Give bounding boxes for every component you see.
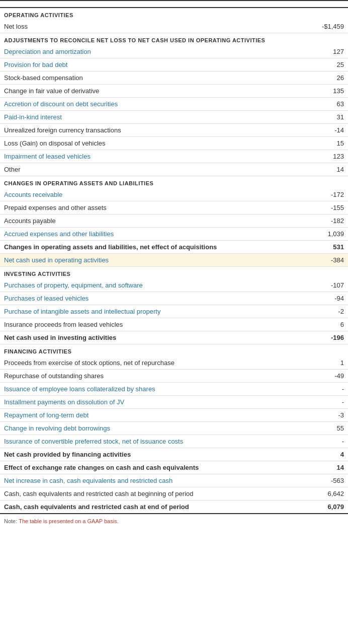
row-value: 31 (288, 111, 348, 124)
row-label: Change in fair value of derivative (0, 85, 288, 98)
row-label: Change in revolving debt borrowings (0, 422, 288, 435)
row-value: 26 (288, 71, 348, 85)
row-value: 63 (288, 98, 348, 111)
table-row: Installment payments on dissolution of J… (0, 396, 348, 409)
table-row: ADJUSTMENTS TO RECONCILE NET LOSS TO NET… (0, 33, 348, 46)
table-row: Cash, cash equivalents and restricted ca… (0, 487, 348, 500)
table-row: Purchases of leased vehicles-94 (0, 292, 348, 305)
note-gaap-text: The table is presented on a GAAP basis. (19, 518, 119, 524)
table-row: Net cash used in operating activities-38… (0, 254, 348, 267)
table-header (0, 1, 348, 8)
table-row: Purchase of intangible assets and intell… (0, 305, 348, 318)
row-value: - (288, 435, 348, 448)
row-label: Paid-in-kind interest (0, 111, 288, 124)
row-label: Repayment of long-term debt (0, 409, 288, 422)
table-row: INVESTING ACTIVITIES (0, 267, 348, 279)
row-value: -172 (288, 188, 348, 201)
row-label: Cash, cash equivalents and restricted ca… (0, 500, 288, 514)
row-label: Net loss (0, 20, 288, 33)
row-label: Cash, cash equivalents and restricted ca… (0, 487, 288, 500)
row-value: -182 (288, 214, 348, 228)
row-value: -107 (288, 279, 348, 292)
row-value: -3 (288, 409, 348, 422)
table-row: Net cash provided by financing activitie… (0, 448, 348, 461)
table-row: Net loss-$1,459 (0, 20, 348, 33)
row-value: -14 (288, 124, 348, 137)
section-header-label: CHANGES IN OPERATING ASSETS AND LIABILIT… (0, 176, 348, 189)
row-label: Changes in operating assets and liabilit… (0, 241, 288, 254)
row-value: 6,642 (288, 487, 348, 500)
table-row: Accounts payable-182 (0, 214, 348, 228)
col2-header (288, 1, 348, 8)
row-label: Accounts receivable (0, 188, 288, 201)
row-label: Issuance of employee loans collateralize… (0, 383, 288, 396)
table-row: Accretion of discount on debt securities… (0, 98, 348, 111)
row-value: -2 (288, 305, 348, 318)
row-value: -563 (288, 474, 348, 487)
table-row: Net cash used in investing activities-19… (0, 331, 348, 344)
row-value: 531 (288, 241, 348, 254)
row-value: 14 (288, 461, 348, 474)
row-value: - (288, 396, 348, 409)
table-row: OPERATING ACTIVITIES (0, 8, 348, 20)
row-label: Effect of exchange rate changes on cash … (0, 461, 288, 474)
row-label: Net cash provided by financing activitie… (0, 448, 288, 461)
row-label: Accrued expenses and other liabilities (0, 228, 288, 241)
section-header-label: OPERATING ACTIVITIES (0, 8, 348, 20)
row-label: Purchases of property, equipment, and so… (0, 279, 288, 292)
row-label: Repurchase of outstanding shares (0, 370, 288, 383)
table-row: Issurance of convertible preferred stock… (0, 435, 348, 448)
row-value: 15 (288, 137, 348, 150)
table-row: Repayment of long-term debt-3 (0, 409, 348, 422)
section-header-label: INVESTING ACTIVITIES (0, 267, 348, 279)
table-row: Cash, cash equivalents and restricted ca… (0, 500, 348, 514)
table-row: Net increase in cash, cash equivalents a… (0, 474, 348, 487)
table-row: Provision for bad debt25 (0, 58, 348, 71)
row-label: Insurance proceeds from leased vehicles (0, 318, 288, 331)
table-row: CHANGES IN OPERATING ASSETS AND LIABILIT… (0, 176, 348, 189)
row-label: Issurance of convertible preferred stock… (0, 435, 288, 448)
row-value: 6,079 (288, 500, 348, 514)
row-value: 25 (288, 58, 348, 71)
row-label: Impairment of leased vehicles (0, 150, 288, 163)
row-label: Provision for bad debt (0, 58, 288, 71)
table-row: Effect of exchange rate changes on cash … (0, 461, 348, 474)
table-row: Paid-in-kind interest31 (0, 111, 348, 124)
table-row: Purchases of property, equipment, and so… (0, 279, 348, 292)
table-row: Impairment of leased vehicles123 (0, 150, 348, 163)
row-label: Purchases of leased vehicles (0, 292, 288, 305)
row-label: Purchase of intangible assets and intell… (0, 305, 288, 318)
row-label: Accounts payable (0, 214, 288, 228)
table-row: Unrealized foreign currency transactions… (0, 124, 348, 137)
row-value: -49 (288, 370, 348, 383)
row-value: - (288, 383, 348, 396)
table-row: Change in fair value of derivative135 (0, 85, 348, 98)
row-value: 127 (288, 45, 348, 58)
row-value: -$1,459 (288, 20, 348, 33)
row-label: Proceeds from exercise of stock options,… (0, 356, 288, 370)
table-row: Change in revolving debt borrowings55 (0, 422, 348, 435)
row-label: Net cash used in operating activities (0, 254, 288, 267)
row-value: -196 (288, 331, 348, 344)
table-row: FINANCING ACTIVITIES (0, 344, 348, 357)
table-row: Insurance proceeds from leased vehicles6 (0, 318, 348, 331)
cash-flow-table: OPERATING ACTIVITIESNet loss-$1,459ADJUS… (0, 0, 348, 527)
row-label: Depreciation and amortization (0, 45, 288, 58)
table-row: Stock-based compensation26 (0, 71, 348, 85)
row-value: 6 (288, 318, 348, 331)
row-label: Installment payments on dissolution of J… (0, 396, 288, 409)
row-label: Loss (Gain) on disposal of vehicles (0, 137, 288, 150)
row-value: 55 (288, 422, 348, 435)
table-row: Accounts receivable-172 (0, 188, 348, 201)
note-row: Note: The table is presented on a GAAP b… (0, 514, 348, 527)
row-value: 135 (288, 85, 348, 98)
row-value: 14 (288, 163, 348, 176)
row-label: Other (0, 163, 288, 176)
row-label: Net cash used in investing activities (0, 331, 288, 344)
table-row: Depreciation and amortization127 (0, 45, 348, 58)
table-row: Repurchase of outstanding shares-49 (0, 370, 348, 383)
row-label: Prepaid expenses and other assets (0, 201, 288, 214)
row-label: Accretion of discount on debt securities (0, 98, 288, 111)
row-value: -94 (288, 292, 348, 305)
table-row: Changes in operating assets and liabilit… (0, 241, 348, 254)
